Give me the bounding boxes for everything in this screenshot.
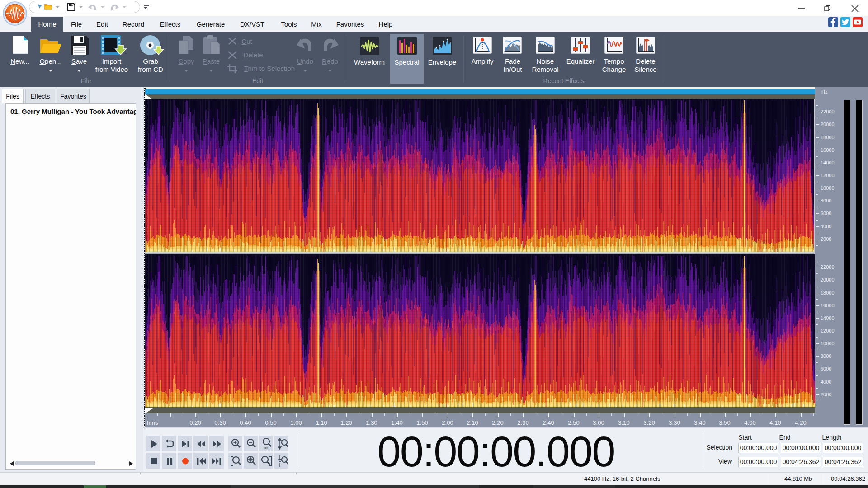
svg-text:100: 100 [263, 446, 269, 450]
